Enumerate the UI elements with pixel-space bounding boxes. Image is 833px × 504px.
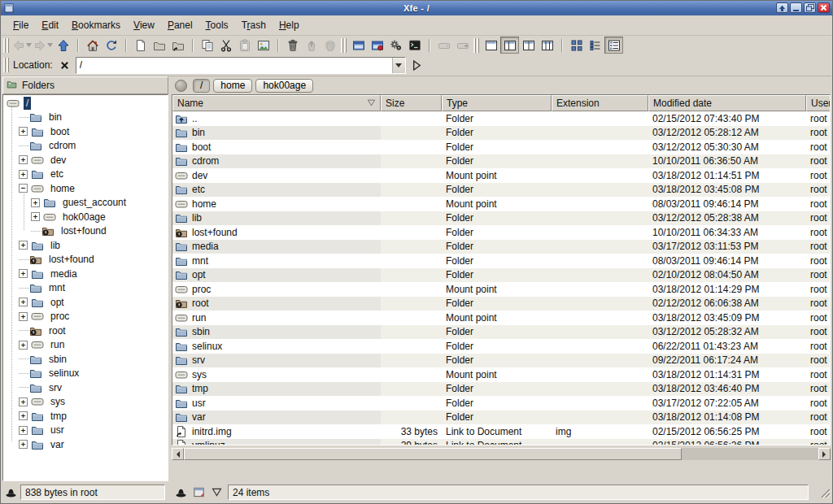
paste-icon[interactable] bbox=[235, 37, 254, 54]
tree-item-lib[interactable]: +lib bbox=[3, 238, 168, 253]
tree-item-var[interactable]: +var bbox=[3, 437, 168, 452]
tree-item-hok00age[interactable]: +hok00age bbox=[3, 210, 168, 224]
tree-item-guest-account[interactable]: +guest_account bbox=[3, 196, 168, 211]
file-row-var[interactable]: varFolder03/18/2012 01:14:08 PMroot bbox=[172, 411, 831, 425]
menu-edit[interactable]: Edit bbox=[35, 17, 65, 33]
new-file-icon[interactable] bbox=[131, 37, 150, 54]
new-folder-icon[interactable] bbox=[150, 37, 168, 54]
file-row-home[interactable]: homeMount point08/03/2011 09:46:14 PMroo… bbox=[172, 197, 831, 211]
back-icon[interactable] bbox=[11, 37, 33, 54]
toolbar-grip[interactable] bbox=[3, 58, 9, 72]
file-row-initrd-img[interactable]: initrd.img33 bytesLink to Documentimg02/… bbox=[172, 424, 831, 439]
tree-item-home[interactable]: −home bbox=[3, 181, 168, 196]
file-row-lib[interactable]: libFolder03/12/2012 05:28:38 AMroot bbox=[172, 211, 831, 226]
tree-item-usr[interactable]: +usr bbox=[3, 424, 168, 438]
go-button[interactable] bbox=[409, 57, 425, 73]
tree-expander-icon[interactable]: + bbox=[19, 398, 28, 406]
menu-help[interactable]: Help bbox=[273, 17, 306, 33]
menu-file[interactable]: File bbox=[7, 17, 35, 33]
trash-empty-icon[interactable] bbox=[321, 37, 339, 54]
execute-command-icon[interactable] bbox=[386, 37, 405, 54]
tree-item-lost-found[interactable]: lost+found bbox=[3, 253, 168, 267]
scroll-left-icon[interactable] bbox=[172, 448, 184, 460]
column-header-type[interactable]: Type bbox=[442, 95, 552, 111]
file-row-tmp[interactable]: tmpFolder03/18/2012 03:46:40 PMroot bbox=[172, 382, 831, 397]
file-row-mnt[interactable]: mntFolder08/03/2011 09:46:14 PMroot bbox=[172, 254, 831, 268]
tree-item-dev[interactable]: +dev bbox=[3, 153, 168, 167]
panel-single-icon[interactable] bbox=[482, 37, 500, 54]
mount-icon[interactable] bbox=[434, 37, 453, 54]
tree-item-cdrom[interactable]: cdrom bbox=[3, 139, 168, 154]
tree-item-etc[interactable]: +etc bbox=[3, 167, 168, 182]
toolbar-grip[interactable] bbox=[3, 38, 9, 53]
hidden-files-toggle-icon[interactable] bbox=[192, 486, 205, 499]
new-window-icon[interactable] bbox=[349, 37, 368, 54]
shade-button[interactable] bbox=[776, 2, 788, 13]
tree-item-opt[interactable]: +opt bbox=[3, 295, 168, 310]
panel-two-icon[interactable] bbox=[519, 37, 538, 54]
toolbar-grip[interactable] bbox=[341, 38, 347, 53]
tree-item-bin[interactable]: bin bbox=[3, 111, 168, 125]
column-header-modified-date[interactable]: Modified date bbox=[648, 95, 806, 111]
tree-expander-icon[interactable]: + bbox=[19, 127, 28, 136]
tree-item-proc[interactable]: +proc bbox=[3, 310, 168, 324]
file-row-sbin[interactable]: sbinFolder03/12/2012 05:28:32 AMroot bbox=[172, 325, 831, 340]
tree-expander-icon[interactable]: + bbox=[19, 426, 28, 435]
maximize-button[interactable] bbox=[804, 2, 816, 13]
menu-panel[interactable]: Panel bbox=[161, 17, 199, 33]
tree-item-sbin[interactable]: sbin bbox=[3, 352, 168, 367]
tree-expander-icon[interactable]: + bbox=[19, 341, 28, 350]
file-row-selinux[interactable]: selinuxFolder06/22/2011 01:43:23 AMroot bbox=[172, 339, 831, 354]
file-row-vmlinuz[interactable]: vmlinuz29 bytesLink to Document02/15/201… bbox=[172, 439, 831, 446]
properties-icon[interactable] bbox=[254, 37, 273, 54]
delete-icon[interactable] bbox=[283, 37, 302, 54]
minimize-button[interactable] bbox=[790, 2, 802, 13]
column-header-size[interactable]: Size bbox=[381, 95, 442, 111]
tree-item-run[interactable]: +run bbox=[3, 338, 168, 353]
file-row-run[interactable]: runMount point03/18/2012 03:45:09 PMroot bbox=[172, 311, 831, 325]
file-row-proc[interactable]: procMount point03/18/2012 01:14:29 PMroo… bbox=[172, 282, 831, 297]
file-row-media[interactable]: mediaFolder03/17/2012 03:11:53 PMroot bbox=[172, 240, 831, 254]
resize-grip[interactable] bbox=[818, 486, 831, 498]
file-row-boot[interactable]: bootFolder03/12/2012 05:30:30 AMroot bbox=[172, 140, 831, 154]
tree-expander-icon[interactable]: + bbox=[31, 212, 40, 221]
menu-bookmarks[interactable]: Bookmarks bbox=[65, 17, 127, 33]
clear-location-icon[interactable] bbox=[58, 58, 72, 72]
scrollbar-track[interactable] bbox=[682, 448, 818, 460]
file-row-lost-found[interactable]: lost+foundFolder10/10/2011 06:34:33 AMro… bbox=[172, 225, 831, 240]
tree-expander-icon[interactable]: + bbox=[19, 298, 28, 306]
column-header-user[interactable]: User bbox=[806, 95, 831, 111]
menu-trash[interactable]: Trash bbox=[235, 17, 273, 33]
tree-expander-icon[interactable]: + bbox=[19, 155, 28, 164]
file-row-usr[interactable]: usrFolder03/17/2012 07:22:05 AMroot bbox=[172, 396, 831, 411]
close-button[interactable] bbox=[818, 2, 830, 13]
column-header-extension[interactable]: Extension bbox=[552, 95, 648, 111]
up-icon[interactable] bbox=[54, 37, 72, 54]
toolbar-grip[interactable] bbox=[473, 38, 479, 53]
tree-item-mnt[interactable]: mnt bbox=[3, 281, 168, 296]
path-button-home[interactable]: home bbox=[213, 79, 252, 93]
file-row-bin[interactable]: binFolder03/12/2012 05:28:12 AMroot bbox=[172, 126, 831, 141]
tree-expander-icon[interactable]: + bbox=[31, 198, 40, 207]
tree-expander-icon[interactable]: + bbox=[19, 170, 28, 179]
tree-item-boot[interactable]: +boot bbox=[3, 124, 168, 139]
view-small-icons-icon[interactable] bbox=[586, 37, 604, 54]
file-row-sys[interactable]: sysMount point03/18/2012 01:14:31 PMroot bbox=[172, 367, 831, 382]
view-details-icon[interactable] bbox=[604, 37, 623, 54]
trash-restore-icon[interactable] bbox=[302, 37, 321, 54]
tree-expander-icon[interactable]: + bbox=[19, 312, 28, 321]
cut-icon[interactable] bbox=[216, 37, 235, 54]
file-row-cdrom[interactable]: cdromFolder10/10/2011 06:36:50 AMroot bbox=[172, 154, 831, 169]
tree-expander-icon[interactable]: + bbox=[19, 241, 28, 250]
location-dropdown-icon[interactable] bbox=[392, 58, 405, 73]
file-row-dev[interactable]: devMount point03/18/2012 01:14:51 PMroot bbox=[172, 168, 831, 183]
refresh-icon[interactable] bbox=[102, 37, 120, 54]
column-header-name[interactable]: Name bbox=[172, 95, 381, 111]
panel-tree-one-icon[interactable] bbox=[500, 37, 519, 54]
tree-expander-icon[interactable]: + bbox=[19, 411, 28, 420]
file-row-etc[interactable]: etcFolder03/18/2012 03:45:08 PMroot bbox=[172, 183, 831, 198]
filter-icon[interactable] bbox=[210, 486, 223, 499]
path-button-[interactable]: / bbox=[193, 79, 210, 93]
scroll-right-icon[interactable] bbox=[818, 448, 831, 460]
tree-item-root[interactable]: root bbox=[3, 324, 168, 338]
